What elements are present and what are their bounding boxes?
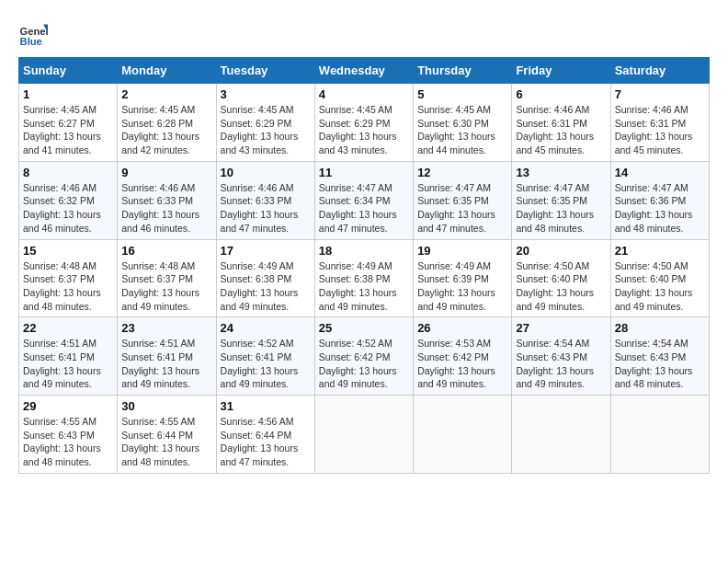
column-header-monday: Monday <box>118 58 216 84</box>
day-number: 31 <box>221 399 311 413</box>
table-row: 18Sunrise: 4:49 AMSunset: 6:38 PMDayligh… <box>314 239 413 317</box>
day-info: Sunrise: 4:51 AMSunset: 6:41 PMDaylight:… <box>23 337 113 391</box>
day-info: Sunrise: 4:46 AMSunset: 6:33 PMDaylight:… <box>221 181 311 236</box>
day-info: Sunrise: 4:46 AMSunset: 6:31 PMDaylight:… <box>516 103 606 157</box>
column-header-thursday: Thursday <box>414 58 512 84</box>
table-row: 28Sunrise: 4:54 AMSunset: 6:43 PMDayligh… <box>610 317 709 396</box>
day-number: 16 <box>121 244 211 258</box>
table-row: 2Sunrise: 4:45 AMSunset: 6:28 PMDaylight… <box>118 84 216 162</box>
day-number: 24 <box>221 321 311 335</box>
day-number: 10 <box>221 166 311 179</box>
calendar-week-row: 8Sunrise: 4:46 AMSunset: 6:32 PMDaylight… <box>19 161 710 239</box>
table-row: 17Sunrise: 4:49 AMSunset: 6:38 PMDayligh… <box>216 239 314 317</box>
calendar-week-row: 1Sunrise: 4:45 AMSunset: 6:27 PMDaylight… <box>19 84 710 162</box>
day-info: Sunrise: 4:54 AMSunset: 6:43 PMDaylight:… <box>516 337 606 391</box>
column-header-friday: Friday <box>512 58 610 84</box>
day-info: Sunrise: 4:56 AMSunset: 6:44 PMDaylight:… <box>221 415 311 469</box>
table-row: 15Sunrise: 4:48 AMSunset: 6:37 PMDayligh… <box>19 239 118 317</box>
day-info: Sunrise: 4:52 AMSunset: 6:41 PMDaylight:… <box>221 337 311 391</box>
table-row: 8Sunrise: 4:46 AMSunset: 6:32 PMDaylight… <box>19 161 118 239</box>
calendar-week-row: 22Sunrise: 4:51 AMSunset: 6:41 PMDayligh… <box>19 317 710 396</box>
day-number: 14 <box>615 166 705 179</box>
day-number: 6 <box>516 87 606 101</box>
table-row: 7Sunrise: 4:46 AMSunset: 6:31 PMDaylight… <box>610 84 709 162</box>
table-row: 9Sunrise: 4:46 AMSunset: 6:33 PMDaylight… <box>118 161 216 239</box>
table-row: 3Sunrise: 4:45 AMSunset: 6:29 PMDaylight… <box>216 84 314 162</box>
day-info: Sunrise: 4:54 AMSunset: 6:43 PMDaylight:… <box>615 337 705 391</box>
day-info: Sunrise: 4:46 AMSunset: 6:31 PMDaylight:… <box>615 103 705 157</box>
table-row: 19Sunrise: 4:49 AMSunset: 6:39 PMDayligh… <box>414 239 512 317</box>
table-row: 31Sunrise: 4:56 AMSunset: 6:44 PMDayligh… <box>216 396 314 474</box>
table-row: 24Sunrise: 4:52 AMSunset: 6:41 PMDayligh… <box>216 317 314 396</box>
day-number: 19 <box>417 244 507 258</box>
day-number: 25 <box>319 321 409 335</box>
table-row: 16Sunrise: 4:48 AMSunset: 6:37 PMDayligh… <box>118 239 216 317</box>
day-info: Sunrise: 4:49 AMSunset: 6:39 PMDaylight:… <box>417 259 507 314</box>
day-info: Sunrise: 4:48 AMSunset: 6:37 PMDaylight:… <box>23 259 113 314</box>
day-number: 9 <box>121 166 211 179</box>
table-row: 12Sunrise: 4:47 AMSunset: 6:35 PMDayligh… <box>414 161 512 239</box>
calendar-week-row: 29Sunrise: 4:55 AMSunset: 6:43 PMDayligh… <box>19 396 710 474</box>
table-row: 10Sunrise: 4:46 AMSunset: 6:33 PMDayligh… <box>216 161 314 239</box>
day-info: Sunrise: 4:47 AMSunset: 6:36 PMDaylight:… <box>615 181 705 236</box>
day-number: 22 <box>23 321 113 335</box>
table-row: 30Sunrise: 4:55 AMSunset: 6:44 PMDayligh… <box>118 396 216 474</box>
day-number: 5 <box>417 87 507 101</box>
day-number: 27 <box>516 321 606 335</box>
table-row: 22Sunrise: 4:51 AMSunset: 6:41 PMDayligh… <box>19 317 118 396</box>
calendar-week-row: 15Sunrise: 4:48 AMSunset: 6:37 PMDayligh… <box>19 239 710 317</box>
svg-text:General: General <box>20 26 48 37</box>
day-info: Sunrise: 4:51 AMSunset: 6:41 PMDaylight:… <box>121 337 211 391</box>
page-header: General Blue <box>18 18 710 48</box>
day-info: Sunrise: 4:55 AMSunset: 6:44 PMDaylight:… <box>121 415 211 469</box>
day-info: Sunrise: 4:53 AMSunset: 6:42 PMDaylight:… <box>417 337 507 391</box>
calendar-table: SundayMondayTuesdayWednesdayThursdayFrid… <box>18 57 710 474</box>
table-row: 1Sunrise: 4:45 AMSunset: 6:27 PMDaylight… <box>19 84 118 162</box>
day-info: Sunrise: 4:50 AMSunset: 6:40 PMDaylight:… <box>516 259 606 314</box>
day-number: 3 <box>221 87 311 101</box>
day-number: 29 <box>23 399 113 413</box>
day-number: 18 <box>319 244 409 258</box>
table-row <box>414 396 512 474</box>
day-number: 4 <box>319 87 409 101</box>
day-info: Sunrise: 4:52 AMSunset: 6:42 PMDaylight:… <box>319 337 409 391</box>
table-row: 26Sunrise: 4:53 AMSunset: 6:42 PMDayligh… <box>414 317 512 396</box>
table-row: 27Sunrise: 4:54 AMSunset: 6:43 PMDayligh… <box>512 317 610 396</box>
table-row: 23Sunrise: 4:51 AMSunset: 6:41 PMDayligh… <box>118 317 216 396</box>
table-row: 25Sunrise: 4:52 AMSunset: 6:42 PMDayligh… <box>314 317 413 396</box>
day-info: Sunrise: 4:47 AMSunset: 6:34 PMDaylight:… <box>319 181 409 236</box>
day-number: 7 <box>615 87 705 101</box>
table-row: 5Sunrise: 4:45 AMSunset: 6:30 PMDaylight… <box>414 84 512 162</box>
day-info: Sunrise: 4:45 AMSunset: 6:27 PMDaylight:… <box>23 103 113 157</box>
table-row: 4Sunrise: 4:45 AMSunset: 6:29 PMDaylight… <box>314 84 413 162</box>
column-header-saturday: Saturday <box>610 58 709 84</box>
day-info: Sunrise: 4:45 AMSunset: 6:30 PMDaylight:… <box>417 103 507 157</box>
day-number: 2 <box>121 87 211 101</box>
table-row: 20Sunrise: 4:50 AMSunset: 6:40 PMDayligh… <box>512 239 610 317</box>
day-number: 8 <box>23 166 113 179</box>
day-info: Sunrise: 4:47 AMSunset: 6:35 PMDaylight:… <box>417 181 507 236</box>
table-row <box>314 396 413 474</box>
day-number: 20 <box>516 244 606 258</box>
day-number: 30 <box>121 399 211 413</box>
day-number: 11 <box>319 166 409 179</box>
day-info: Sunrise: 4:55 AMSunset: 6:43 PMDaylight:… <box>23 415 113 469</box>
table-row <box>512 396 610 474</box>
day-number: 1 <box>23 87 113 101</box>
day-number: 26 <box>417 321 507 335</box>
day-number: 13 <box>516 166 606 179</box>
day-number: 23 <box>121 321 211 335</box>
day-number: 12 <box>417 166 507 179</box>
table-row: 29Sunrise: 4:55 AMSunset: 6:43 PMDayligh… <box>19 396 118 474</box>
day-info: Sunrise: 4:46 AMSunset: 6:32 PMDaylight:… <box>23 181 113 236</box>
day-info: Sunrise: 4:46 AMSunset: 6:33 PMDaylight:… <box>121 181 211 236</box>
svg-text:Blue: Blue <box>20 36 42 47</box>
day-info: Sunrise: 4:45 AMSunset: 6:28 PMDaylight:… <box>121 103 211 157</box>
day-info: Sunrise: 4:47 AMSunset: 6:35 PMDaylight:… <box>516 181 606 236</box>
day-number: 17 <box>221 244 311 258</box>
logo: General Blue <box>18 18 48 48</box>
day-info: Sunrise: 4:49 AMSunset: 6:38 PMDaylight:… <box>319 259 409 314</box>
day-info: Sunrise: 4:50 AMSunset: 6:40 PMDaylight:… <box>615 259 705 314</box>
day-number: 15 <box>23 244 113 258</box>
table-row: 11Sunrise: 4:47 AMSunset: 6:34 PMDayligh… <box>314 161 413 239</box>
